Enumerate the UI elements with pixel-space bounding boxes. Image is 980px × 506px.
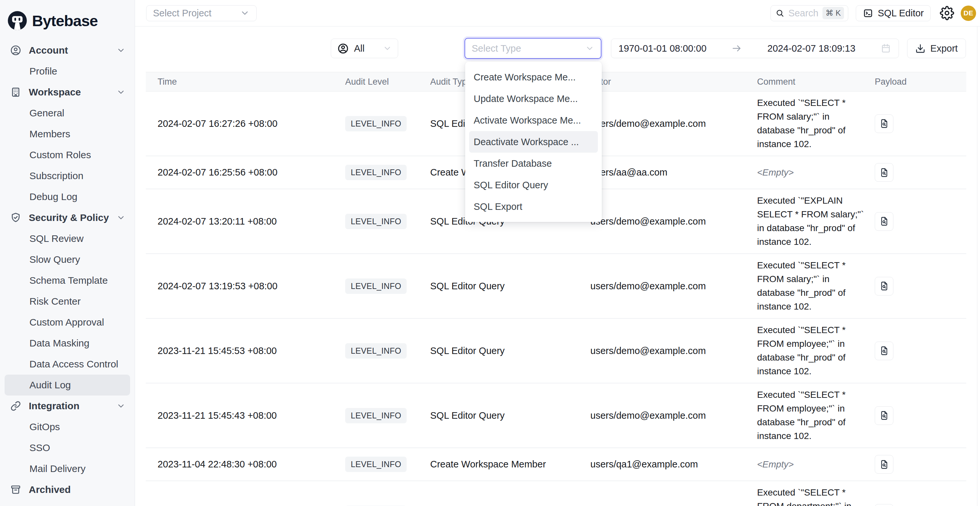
cell-audit-type: Create Workspace Member bbox=[425, 459, 585, 470]
sidebar-group-archived[interactable]: Archived bbox=[5, 479, 130, 500]
cell-actor: users/demo@example.com bbox=[585, 345, 752, 356]
sql-editor-button[interactable]: SQL Editor bbox=[856, 5, 931, 21]
sidebar-group-account[interactable]: Account bbox=[5, 40, 130, 61]
shield-check-icon bbox=[10, 212, 22, 224]
sidebar-group-label: Archived bbox=[29, 484, 71, 495]
cell-time: 2023-11-04 22:48:30 +08:00 bbox=[146, 459, 340, 470]
cell-actor: users/aa@aa.com bbox=[585, 167, 752, 178]
file-search-icon bbox=[879, 281, 889, 291]
cell-actor: users/demo@example.com bbox=[585, 216, 752, 227]
date-range-picker[interactable]: 1970-01-01 08:00:00 2024-02-07 18:09:13 bbox=[611, 38, 899, 58]
sidebar-item-custom-approval[interactable]: Custom Approval bbox=[5, 312, 130, 333]
table-row: 2024-02-07 13:19:53 +08:00LEVEL_INFOSQL … bbox=[146, 254, 966, 319]
cell-comment: <Empty> bbox=[752, 453, 870, 476]
project-select-placeholder: Select Project bbox=[153, 8, 212, 19]
file-search-icon bbox=[879, 118, 889, 129]
scrollbar-gutter[interactable] bbox=[977, 27, 980, 506]
search-icon bbox=[775, 8, 784, 18]
sidebar-item-data-access-control[interactable]: Data Access Control bbox=[5, 354, 130, 375]
sidebar-item-data-masking[interactable]: Data Masking bbox=[5, 333, 130, 354]
date-to-value: 2024-02-07 18:09:13 bbox=[767, 43, 856, 54]
chevron-down-icon bbox=[585, 44, 594, 53]
bytebase-mascot-icon bbox=[8, 11, 27, 30]
sidebar-item-subscription[interactable]: Subscription bbox=[5, 165, 130, 186]
sidebar-group-workspace[interactable]: Workspace bbox=[5, 82, 130, 103]
payload-view-button[interactable] bbox=[875, 455, 893, 474]
column-header-payload: Payload bbox=[870, 77, 966, 87]
archive-icon bbox=[10, 484, 22, 496]
user-circle-icon bbox=[10, 45, 22, 56]
terminal-icon bbox=[863, 8, 873, 19]
sidebar-item-gitops[interactable]: GitOps bbox=[5, 417, 130, 438]
table-row: 2023-11-04 22:48:30 +08:00LEVEL_INFOCrea… bbox=[146, 448, 966, 481]
type-filter-select[interactable]: Select Type bbox=[465, 38, 601, 59]
sidebar-item-slow-query[interactable]: Slow Query bbox=[5, 249, 130, 270]
link-icon bbox=[10, 400, 22, 412]
cell-actor: users/demo@example.com bbox=[585, 118, 752, 129]
sidebar-item-mail-delivery[interactable]: Mail Delivery bbox=[5, 458, 130, 479]
cell-comment: Executed `"SELECT * FROM employee;"` in … bbox=[752, 319, 870, 383]
sidebar-group-security-policy[interactable]: Security & Policy bbox=[5, 207, 130, 228]
sidebar-item-sso[interactable]: SSO bbox=[5, 438, 130, 458]
cell-comment: Executed `"EXPLAIN SELECT * FROM salary;… bbox=[752, 189, 870, 253]
sidebar-item-debug-log[interactable]: Debug Log bbox=[5, 186, 130, 207]
payload-view-button[interactable] bbox=[875, 406, 893, 425]
search-input[interactable]: Search ⌘ K bbox=[770, 5, 848, 21]
cell-actor: users/demo@example.com bbox=[585, 281, 752, 291]
sidebar-nav: AccountProfileWorkspaceGeneralMembersCus… bbox=[0, 34, 135, 500]
bytebase-logo[interactable]: Bytebase bbox=[0, 0, 135, 34]
export-button[interactable]: Export bbox=[907, 38, 966, 58]
sidebar-item-profile[interactable]: Profile bbox=[5, 61, 130, 82]
cell-audit-level: LEVEL_INFO bbox=[340, 278, 425, 294]
sidebar-group-integration[interactable]: Integration bbox=[5, 396, 130, 417]
cell-comment: <Empty> bbox=[752, 161, 870, 184]
payload-view-button[interactable] bbox=[875, 163, 893, 182]
cell-payload bbox=[870, 342, 966, 360]
settings-gear-button[interactable] bbox=[940, 6, 954, 20]
audit-level-badge: LEVEL_INFO bbox=[345, 165, 407, 180]
arrow-right-icon bbox=[731, 43, 742, 54]
payload-view-button[interactable] bbox=[875, 342, 893, 360]
cell-audit-level: LEVEL_INFO bbox=[340, 214, 425, 229]
sidebar-group-label: Account bbox=[29, 45, 68, 56]
audit-level-badge: LEVEL_INFO bbox=[345, 116, 407, 131]
sidebar-group-label: Workspace bbox=[29, 87, 81, 98]
cell-payload bbox=[870, 212, 966, 231]
sidebar-item-schema-template[interactable]: Schema Template bbox=[5, 270, 130, 291]
sidebar-item-audit-log[interactable]: Audit Log bbox=[5, 375, 130, 396]
cell-comment: Executed `"SELECT * FROM employee;"` in … bbox=[752, 383, 870, 447]
chevron-down-icon bbox=[116, 401, 126, 411]
user-avatar[interactable]: DE bbox=[961, 6, 976, 21]
dropdown-option-update-workspace-me[interactable]: Update Workspace Me... bbox=[465, 88, 602, 110]
payload-view-button[interactable] bbox=[875, 115, 893, 133]
dropdown-option-create-workspace-me[interactable]: Create Workspace Me... bbox=[465, 66, 602, 88]
project-select[interactable]: Select Project bbox=[146, 5, 257, 21]
sidebar-item-members[interactable]: Members bbox=[5, 124, 130, 145]
type-filter-placeholder: Select Type bbox=[472, 43, 521, 54]
sidebar-item-custom-roles[interactable]: Custom Roles bbox=[5, 145, 130, 165]
audit-level-badge: LEVEL_INFO bbox=[345, 408, 407, 423]
sidebar-item-general[interactable]: General bbox=[5, 103, 130, 124]
file-search-icon bbox=[879, 345, 889, 356]
dropdown-option-deactivate-workspace[interactable]: Deactivate Workspace ... bbox=[469, 131, 598, 153]
dropdown-option-transfer-database[interactable]: Transfer Database bbox=[465, 153, 602, 174]
search-placeholder: Search bbox=[788, 8, 819, 19]
dropdown-option-sql-editor-query[interactable]: SQL Editor Query bbox=[465, 174, 602, 196]
sidebar-item-risk-center[interactable]: Risk Center bbox=[5, 291, 130, 312]
chevron-down-icon bbox=[383, 44, 392, 53]
cell-time: 2024-02-07 16:25:56 +08:00 bbox=[146, 167, 340, 178]
actor-filter-select[interactable]: All bbox=[331, 38, 398, 58]
cell-audit-level: LEVEL_INFO bbox=[340, 116, 425, 131]
sidebar-item-sql-review[interactable]: SQL Review bbox=[5, 228, 130, 249]
download-icon bbox=[915, 43, 926, 54]
file-search-icon bbox=[879, 167, 889, 178]
dropdown-option-sql-export[interactable]: SQL Export bbox=[465, 196, 602, 217]
payload-view-button[interactable] bbox=[875, 212, 893, 231]
cell-payload bbox=[870, 455, 966, 474]
payload-view-button[interactable] bbox=[875, 277, 893, 296]
chevron-down-icon bbox=[116, 213, 126, 222]
dropdown-option-activate-workspace-me[interactable]: Activate Workspace Me... bbox=[465, 110, 602, 131]
calendar-icon bbox=[880, 43, 891, 54]
type-dropdown-menu: Create Workspace Me...Update Workspace M… bbox=[465, 62, 602, 222]
payload-view-button[interactable] bbox=[875, 504, 893, 506]
